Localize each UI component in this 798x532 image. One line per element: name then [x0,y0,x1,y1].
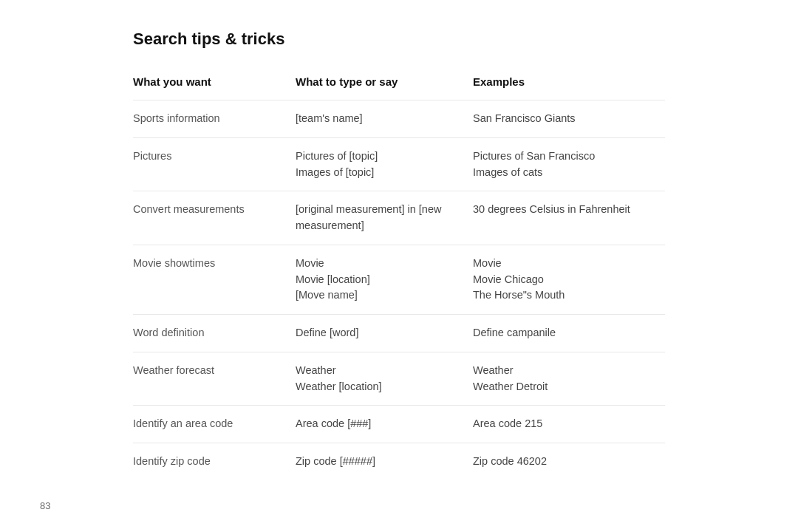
cell-how: Zip code [#####] [296,454,473,470]
page-container: Search tips & tricks What you want What … [0,0,798,532]
cell-example: Zip code 46202 [473,454,665,470]
table-row: Sports information[team's name]San Franc… [133,100,665,137]
cell-how: Define [word] [296,325,473,341]
cell-example: WeatherWeather Detroit [473,363,665,395]
table-row: Identify zip codeZip code [#####]Zip cod… [133,443,665,480]
cell-what: Sports information [133,111,296,127]
cell-how: Pictures of [topic]Images of [topic] [296,149,473,181]
tips-table: What you want What to type or say Exampl… [133,75,665,480]
table-row: Identify an area codeArea code [###]Area… [133,405,665,443]
col-header-what: What you want [133,75,296,88]
cell-how: MovieMovie [location][Move name] [296,256,473,304]
cell-what: Weather forecast [133,363,296,379]
col-header-how: What to type or say [296,75,473,88]
cell-what: Pictures [133,149,296,165]
cell-what: Word definition [133,325,296,341]
cell-how: Area code [###] [296,416,473,432]
page-number: 83 [40,500,50,511]
cell-what: Identify an area code [133,416,296,432]
cell-how: [original measurement] in [new measureme… [296,202,473,234]
cell-example: San Francisco Giants [473,111,665,127]
cell-what: Convert measurements [133,202,296,218]
cell-what: Movie showtimes [133,256,296,272]
cell-what: Identify zip code [133,454,296,470]
col-header-example: Examples [473,75,665,88]
table-row: Word definitionDefine [word]Define campa… [133,314,665,352]
table-row: Convert measurements[original measuremen… [133,191,665,245]
cell-how: WeatherWeather [location] [296,363,473,395]
table-row: Movie showtimesMovieMovie [location][Mov… [133,245,665,314]
cell-example: MovieMovie ChicagoThe Horse"s Mouth [473,256,665,304]
cell-example: Pictures of San FranciscoImages of cats [473,149,665,181]
cell-how: [team's name] [296,111,473,127]
cell-example: Define campanile [473,325,665,341]
table-row: Weather forecastWeatherWeather [location… [133,352,665,406]
table-row: PicturesPictures of [topic]Images of [to… [133,137,665,191]
cell-example: 30 degrees Celsius in Fahrenheit [473,202,665,218]
table-body: Sports information[team's name]San Franc… [133,100,665,480]
page-title: Search tips & tricks [133,30,665,49]
table-header: What you want What to type or say Exampl… [133,75,665,97]
cell-example: Area code 215 [473,416,665,432]
